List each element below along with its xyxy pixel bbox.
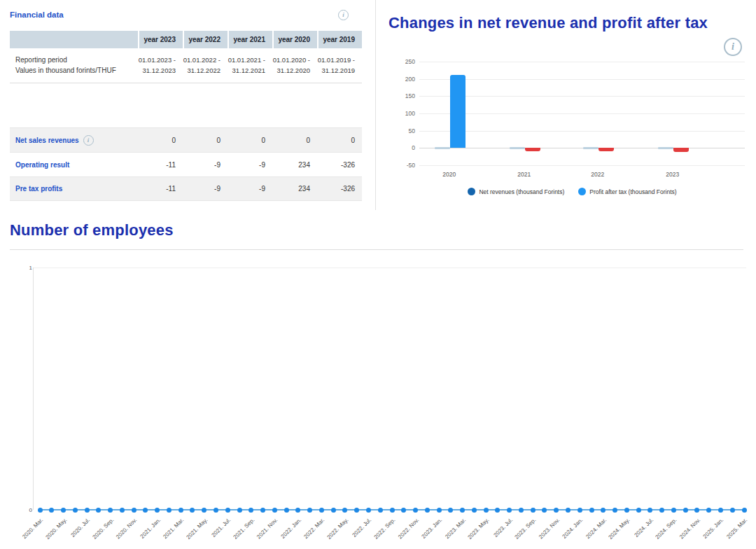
employee-data-point[interactable] bbox=[484, 508, 489, 513]
employee-data-point[interactable] bbox=[648, 508, 652, 513]
employee-data-point[interactable] bbox=[272, 508, 277, 513]
net-revenues-legend-label: Net revenues (thousand Forints) bbox=[479, 188, 564, 195]
profit-after-tax-bar[interactable] bbox=[525, 148, 540, 151]
revenue-chart-title: Changes in net revenue and profit after … bbox=[388, 14, 745, 32]
employee-data-point[interactable] bbox=[636, 508, 641, 513]
employee-data-point[interactable] bbox=[495, 508, 500, 513]
table-cell-value: -9 bbox=[227, 161, 272, 169]
employee-data-point[interactable] bbox=[706, 508, 711, 513]
employee-data-point[interactable] bbox=[143, 508, 148, 513]
employee-data-point[interactable] bbox=[519, 508, 524, 513]
reporting-period-cell: 01.01.2023 -31.12.2023 bbox=[138, 55, 183, 76]
row-label: Net sales revenuesi bbox=[10, 135, 138, 146]
y-gridline bbox=[419, 165, 745, 166]
net-revenues-bar[interactable] bbox=[658, 147, 673, 149]
employee-data-point[interactable] bbox=[425, 508, 430, 513]
employee-data-point[interactable] bbox=[730, 508, 735, 513]
employee-data-point[interactable] bbox=[96, 508, 101, 513]
financial-table-body: Net sales revenuesi00000Operating result… bbox=[10, 127, 362, 201]
period-end: 31.12.2022 bbox=[183, 65, 220, 76]
employee-data-point[interactable] bbox=[589, 508, 594, 513]
financial-table-header-row: year 2023year 2022year 2021year 2020year… bbox=[10, 31, 362, 48]
employee-data-point[interactable] bbox=[108, 508, 113, 513]
employee-data-point[interactable] bbox=[73, 508, 78, 513]
employee-data-point[interactable] bbox=[214, 508, 218, 513]
revenue-chart-info-icon[interactable]: i bbox=[724, 38, 742, 56]
employee-data-point[interactable] bbox=[578, 508, 582, 513]
net-revenues-bar[interactable] bbox=[435, 147, 450, 149]
employee-data-point[interactable] bbox=[718, 508, 723, 513]
revenue-chart-info-row: i bbox=[388, 38, 742, 56]
employee-data-point[interactable] bbox=[342, 508, 347, 513]
employee-data-point[interactable] bbox=[49, 508, 54, 513]
profit-after-tax-bar[interactable] bbox=[673, 148, 689, 151]
employee-data-point[interactable] bbox=[132, 508, 136, 513]
employee-data-point[interactable] bbox=[354, 508, 359, 513]
net-revenues-bar[interactable] bbox=[583, 147, 598, 149]
employee-data-point[interactable] bbox=[225, 508, 230, 513]
employee-data-point[interactable] bbox=[507, 508, 512, 513]
employee-data-point[interactable] bbox=[612, 508, 617, 513]
table-spacer bbox=[10, 83, 362, 127]
employee-data-point[interactable] bbox=[671, 508, 676, 513]
employee-data-point[interactable] bbox=[178, 508, 183, 513]
employee-data-point[interactable] bbox=[401, 508, 406, 513]
employee-data-point[interactable] bbox=[85, 508, 90, 513]
employee-data-point[interactable] bbox=[460, 508, 465, 513]
profit-after-tax-legend-dot bbox=[578, 188, 586, 195]
employee-data-point[interactable] bbox=[566, 508, 570, 513]
table-row: Pre tax profits-11-9-9234-326 bbox=[10, 176, 362, 201]
employee-data-point[interactable] bbox=[378, 508, 383, 513]
employee-data-point[interactable] bbox=[260, 508, 265, 513]
table-cell-value: 0 bbox=[138, 137, 183, 144]
top-section: Financial data i year 2023year 2022year … bbox=[0, 0, 756, 210]
employee-data-point[interactable] bbox=[366, 508, 371, 513]
net-revenues-bar[interactable] bbox=[510, 147, 525, 149]
employee-data-point[interactable] bbox=[437, 508, 442, 513]
employee-data-point[interactable] bbox=[624, 508, 629, 513]
employee-data-point[interactable] bbox=[331, 508, 336, 513]
employee-data-point[interactable] bbox=[542, 508, 547, 513]
employee-data-point[interactable] bbox=[237, 508, 242, 513]
employee-data-point[interactable] bbox=[694, 508, 699, 513]
reporting-period-label: Reporting period Values in thousand fori… bbox=[10, 55, 138, 76]
profit-after-tax-bar[interactable] bbox=[598, 148, 614, 151]
reporting-period-line1: Reporting period bbox=[15, 55, 138, 65]
employee-data-point[interactable] bbox=[120, 508, 125, 513]
employee-data-point[interactable] bbox=[554, 508, 559, 513]
employee-data-point[interactable] bbox=[659, 508, 664, 513]
employee-data-point[interactable] bbox=[307, 508, 312, 513]
y-axis-tick-label: 250 bbox=[394, 58, 415, 65]
financial-data-info-icon[interactable]: i bbox=[338, 10, 349, 20]
profit-after-tax-bar[interactable] bbox=[450, 75, 465, 148]
employee-data-point[interactable] bbox=[61, 508, 66, 513]
employee-data-point[interactable] bbox=[742, 508, 747, 513]
header-year-column: year 2019 bbox=[317, 31, 362, 48]
employees-y-axis-line bbox=[33, 267, 34, 510]
revenue-chart-legend: Net revenues (thousand Forints) Profit a… bbox=[410, 188, 735, 195]
employee-data-point[interactable] bbox=[531, 508, 536, 513]
legend-item-profit-after-tax: Profit after tax (thousand Forints) bbox=[578, 188, 676, 195]
x-axis-year-label: 2023 bbox=[657, 171, 688, 178]
table-row: Net sales revenuesi00000 bbox=[10, 127, 362, 152]
employee-data-point[interactable] bbox=[248, 508, 253, 513]
row-info-icon[interactable]: i bbox=[83, 135, 94, 146]
employee-data-point[interactable] bbox=[390, 508, 395, 513]
employee-data-point[interactable] bbox=[295, 508, 300, 513]
employee-data-point[interactable] bbox=[190, 508, 195, 513]
employee-data-point[interactable] bbox=[319, 508, 324, 513]
table-cell-value: 234 bbox=[272, 185, 317, 193]
employee-data-point[interactable] bbox=[601, 508, 606, 513]
employee-data-point[interactable] bbox=[413, 508, 418, 513]
employee-data-point[interactable] bbox=[472, 508, 477, 513]
x-axis-year-label: 2022 bbox=[582, 171, 613, 178]
profit-after-tax-legend-label: Profit after tax (thousand Forints) bbox=[589, 188, 676, 195]
employee-data-point[interactable] bbox=[683, 508, 688, 513]
employee-data-point[interactable] bbox=[284, 508, 289, 513]
employee-data-point[interactable] bbox=[38, 508, 43, 513]
employee-data-point[interactable] bbox=[202, 508, 206, 513]
employee-data-point[interactable] bbox=[167, 508, 172, 513]
employees-chart-title: Number of employees bbox=[10, 221, 746, 239]
employee-data-point[interactable] bbox=[448, 508, 453, 513]
employee-data-point[interactable] bbox=[155, 508, 160, 513]
